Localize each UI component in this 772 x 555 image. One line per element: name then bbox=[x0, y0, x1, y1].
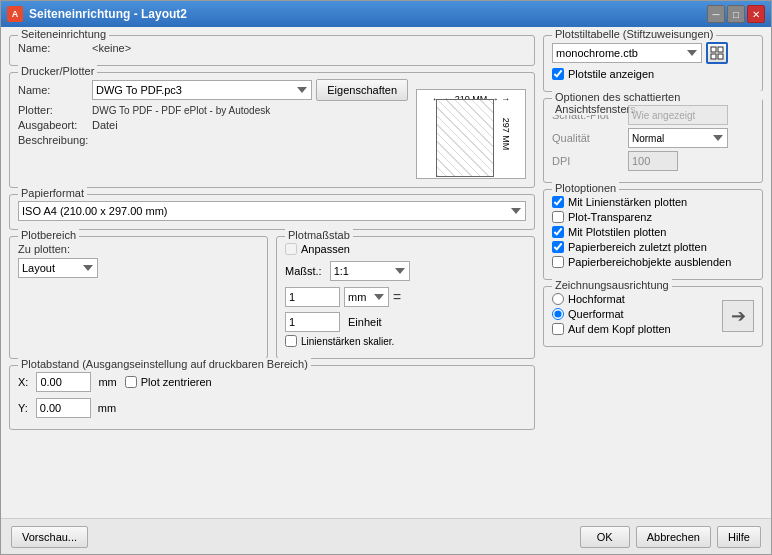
linienstaerken-label: Linienstärken skalier. bbox=[301, 336, 394, 347]
zu-plotten-select[interactable]: Layout bbox=[18, 258, 98, 278]
option5-label: Papierbereichobjekte ausblenden bbox=[568, 256, 731, 268]
name-label: Name: bbox=[18, 42, 88, 54]
print-preview: ← ← 210 MM → → 297 MM bbox=[416, 89, 526, 179]
querformat-label: Querformat bbox=[568, 308, 624, 320]
plotstile-anzeigen-label: Plotstile anzeigen bbox=[568, 68, 654, 80]
ausrichtung-group: Zeichnungsausrichtung Hochformat Querfor… bbox=[543, 286, 763, 347]
y-input[interactable] bbox=[36, 398, 91, 418]
plotmass-group: Plotmaßstab Anpassen Maßst.: 1:1 bbox=[276, 236, 535, 359]
seiteneinrichtung-group: Seiteneinrichtung Name: <keine> bbox=[9, 35, 535, 66]
drucker-group: Drucker/Plotter Name: DWG To PDF.pc3 Eig… bbox=[9, 72, 535, 188]
ok-button[interactable]: OK bbox=[580, 526, 630, 548]
ctb-select[interactable]: monochrome.ctb bbox=[552, 43, 702, 63]
plotabstand-label: Plotabstand (Ausgangseinstellung auf dru… bbox=[18, 358, 311, 370]
plotmass-label: Plotmaßstab bbox=[285, 229, 353, 241]
hochformat-radio[interactable] bbox=[552, 293, 564, 305]
plotter-label: Plotter: bbox=[18, 104, 88, 116]
option1-checkbox[interactable] bbox=[552, 196, 564, 208]
window-title: Seiteneinrichtung - Layout2 bbox=[29, 7, 187, 21]
dialog-content: Seiteneinrichtung Name: <keine> Drucker/… bbox=[1, 27, 771, 518]
eigenschaften-button[interactable]: Eigenschaften bbox=[316, 79, 408, 101]
plotoptionen-label: Plotoptionen bbox=[552, 182, 619, 194]
plotstil-group: Plotstiltabelle (Stiftzuweisungen) monoc… bbox=[543, 35, 763, 92]
option5-checkbox[interactable] bbox=[552, 256, 564, 268]
linienstaerken-checkbox[interactable] bbox=[285, 335, 297, 347]
plotbereich-group: Plotbereich Zu plotten: Layout bbox=[9, 236, 268, 359]
svg-rect-2 bbox=[711, 54, 716, 59]
ctb-button[interactable] bbox=[706, 42, 728, 64]
option4-checkbox[interactable] bbox=[552, 241, 564, 253]
preview-paper bbox=[436, 99, 494, 177]
x-label: X: bbox=[18, 376, 28, 388]
schatt-select[interactable]: Wie angezeigt bbox=[628, 105, 728, 125]
option2-checkbox[interactable] bbox=[552, 211, 564, 223]
plotstile-anzeigen-checkbox[interactable] bbox=[552, 68, 564, 80]
x-unit: mm bbox=[98, 376, 116, 388]
preview-dim-right: 297 MM bbox=[502, 118, 512, 151]
option4-label: Papierbereich zuletzt plotten bbox=[568, 241, 707, 253]
option3-label: Mit Plotstilen plotten bbox=[568, 226, 666, 238]
svg-rect-0 bbox=[711, 47, 716, 52]
drucker-label: Drucker/Plotter bbox=[18, 65, 97, 77]
printer-select[interactable]: DWG To PDF.pc3 bbox=[92, 80, 312, 100]
plotter-value: DWG To PDF - PDF ePlot - by Autodesk bbox=[92, 105, 270, 116]
papierformat-label: Papierformat bbox=[18, 187, 87, 199]
main-window: A Seiteneinrichtung - Layout2 ─ □ ✕ Seit… bbox=[0, 0, 772, 555]
plotabstand-group: Plotabstand (Ausgangseinstellung auf dru… bbox=[9, 365, 535, 430]
left-panel: Seiteneinrichtung Name: <keine> Drucker/… bbox=[9, 35, 535, 510]
plotstil-label: Plotstiltabelle (Stiftzuweisungen) bbox=[552, 28, 716, 40]
anpassen-label: Anpassen bbox=[301, 243, 350, 255]
seiteneinrichtung-label: Seiteneinrichtung bbox=[18, 28, 109, 40]
dpi-input[interactable] bbox=[628, 151, 678, 171]
plot-zentrieren-checkbox[interactable] bbox=[125, 376, 137, 388]
massstab-label: Maßst.: bbox=[285, 265, 322, 277]
zu-plotten-label: Zu plotten: bbox=[18, 243, 73, 255]
papierformat-group: Papierformat ISO A4 (210.00 x 297.00 mm) bbox=[9, 194, 535, 230]
kopf-label: Auf dem Kopf plotten bbox=[568, 323, 671, 335]
plotbereich-label: Plotbereich bbox=[18, 229, 79, 241]
kopf-checkbox[interactable] bbox=[552, 323, 564, 335]
querformat-radio[interactable] bbox=[552, 308, 564, 320]
x-input[interactable] bbox=[36, 372, 91, 392]
option2-label: Plot-Transparenz bbox=[568, 211, 652, 223]
qualitaet-select[interactable]: Normal bbox=[628, 128, 728, 148]
hilfe-button[interactable]: Hilfe bbox=[717, 526, 761, 548]
drucker-name-label: Name: bbox=[18, 84, 88, 96]
massstab-select[interactable]: 1:1 bbox=[330, 261, 410, 281]
ausgabe-label: Ausgabeort: bbox=[18, 119, 88, 131]
option1-label: Mit Linienstärken plotten bbox=[568, 196, 687, 208]
massstab-value1[interactable] bbox=[285, 287, 340, 307]
app-icon: A bbox=[7, 6, 23, 22]
abbrechen-button[interactable]: Abbrechen bbox=[636, 526, 711, 548]
qualitaet-label: Qualität bbox=[552, 132, 624, 144]
y-unit: mm bbox=[98, 402, 116, 414]
papierformat-select[interactable]: ISO A4 (210.00 x 297.00 mm) bbox=[18, 201, 526, 221]
schattiert-group: Optionen des schattierten Ansichtsfenste… bbox=[543, 98, 763, 183]
titlebar: A Seiteneinrichtung - Layout2 ─ □ ✕ bbox=[1, 1, 771, 27]
anpassen-checkbox[interactable] bbox=[285, 243, 297, 255]
name-value: <keine> bbox=[92, 42, 131, 54]
ausrichtung-label: Zeichnungsausrichtung bbox=[552, 279, 672, 291]
option3-checkbox[interactable] bbox=[552, 226, 564, 238]
einheit-label: Einheit bbox=[348, 316, 382, 328]
y-label: Y: bbox=[18, 402, 28, 414]
minimize-button[interactable]: ─ bbox=[707, 5, 725, 23]
plot-zentrieren-label: Plot zentrieren bbox=[141, 376, 212, 388]
massstab-value2[interactable] bbox=[285, 312, 340, 332]
orientation-icon: ➔ bbox=[722, 300, 754, 332]
preview-hatching bbox=[437, 100, 493, 176]
maximize-button[interactable]: □ bbox=[727, 5, 745, 23]
vorschau-button[interactable]: Vorschau... bbox=[11, 526, 88, 548]
svg-rect-3 bbox=[718, 54, 723, 59]
close-button[interactable]: ✕ bbox=[747, 5, 765, 23]
bottom-bar: Vorschau... OK Abbrechen Hilfe bbox=[1, 518, 771, 554]
right-panel: Plotstiltabelle (Stiftzuweisungen) monoc… bbox=[543, 35, 763, 510]
hochformat-label: Hochformat bbox=[568, 293, 625, 305]
dpi-label: DPI bbox=[552, 155, 624, 167]
ausgabe-value: Datei bbox=[92, 119, 118, 131]
svg-rect-1 bbox=[718, 47, 723, 52]
plotoptionen-group: Plotoptionen Mit Linienstärken plotten P… bbox=[543, 189, 763, 280]
mm-select[interactable]: mm bbox=[344, 287, 389, 307]
beschreibung-label: Beschreibung: bbox=[18, 134, 88, 146]
